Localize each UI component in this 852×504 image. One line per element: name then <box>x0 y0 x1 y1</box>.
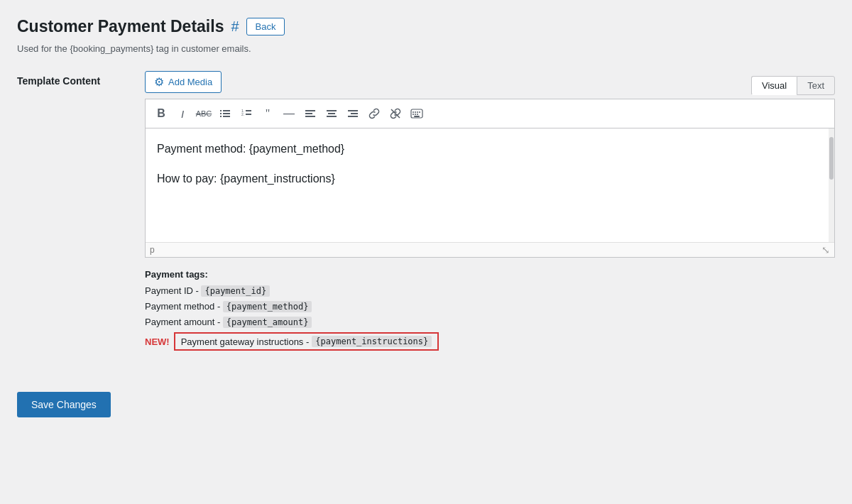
svg-rect-12 <box>305 116 315 117</box>
svg-rect-4 <box>220 116 222 117</box>
template-field: ⚙ Add Media Visual Text B I ABC <box>145 71 835 355</box>
tag-label-payment-method: Payment method - <box>145 301 223 312</box>
editor-wrapper: B I ABC 1.2. " — <box>145 99 835 258</box>
new-tag-row: NEW! Payment gateway instructions - {pay… <box>145 332 835 351</box>
svg-text:2.: 2. <box>241 112 244 116</box>
keyboard-button[interactable] <box>407 104 427 124</box>
align-center-button[interactable] <box>322 104 342 124</box>
hr-button[interactable]: — <box>279 104 299 124</box>
editor-line-2: How to pay: {payment_instructions} <box>157 170 823 188</box>
svg-rect-13 <box>327 110 337 111</box>
tag-row-payment-amount: Payment amount - {payment_amount} <box>145 317 835 328</box>
align-left-button[interactable] <box>300 104 320 124</box>
tab-text[interactable]: Text <box>797 76 835 95</box>
p-indicator: p <box>150 245 821 255</box>
bold-button[interactable]: B <box>151 104 171 124</box>
link-button[interactable] <box>364 104 384 124</box>
page-title: Customer Payment Details <box>17 17 224 36</box>
page-container: Customer Payment Details # Back Used for… <box>17 17 835 417</box>
resize-handle[interactable]: ⤡ <box>821 244 830 256</box>
form-row: Template Content ⚙ Add Media Visual Text… <box>17 71 835 355</box>
svg-rect-1 <box>223 110 230 111</box>
payment-tags-section: Payment tags: Payment ID - {payment_id} … <box>145 269 835 351</box>
new-tag-badge: {payment_instructions} <box>312 336 432 347</box>
svg-rect-11 <box>305 113 312 114</box>
editor-resize-row: p ⤡ <box>146 242 834 257</box>
page-description: Used for the {booking_payments} tag in c… <box>17 43 835 54</box>
new-label: NEW! <box>145 336 170 347</box>
page-header: Customer Payment Details # Back <box>17 17 835 36</box>
new-row-content: Payment gateway instructions - {payment_… <box>174 332 439 351</box>
svg-rect-9 <box>246 114 251 115</box>
svg-rect-16 <box>348 110 358 111</box>
tag-label-payment-id: Payment ID - <box>145 285 201 296</box>
payment-tags-title: Payment tags: <box>145 269 835 280</box>
editor-content[interactable]: Payment method: {payment_method} How to … <box>146 128 834 242</box>
svg-rect-17 <box>351 113 358 114</box>
tab-visual[interactable]: Visual <box>751 76 797 95</box>
svg-rect-5 <box>223 116 230 117</box>
svg-rect-0 <box>220 110 222 111</box>
numbered-list-button[interactable]: 1.2. <box>236 104 256 124</box>
strikethrough-button[interactable]: ABC <box>194 104 214 124</box>
tag-badge-payment-amount: {payment_amount} <box>223 317 312 328</box>
svg-rect-2 <box>220 113 222 114</box>
unlink-button[interactable] <box>386 104 405 124</box>
tag-label-payment-amount: Payment amount - <box>145 317 223 327</box>
svg-rect-10 <box>305 110 315 111</box>
align-right-button[interactable] <box>343 104 363 124</box>
svg-rect-15 <box>327 116 337 117</box>
italic-button[interactable]: I <box>173 104 192 124</box>
editor-scrollbar[interactable] <box>829 128 834 242</box>
anchor-link[interactable]: # <box>231 18 239 35</box>
add-media-button[interactable]: ⚙ Add Media <box>145 71 222 93</box>
template-label: Template Content <box>17 71 131 87</box>
new-tag-text-label: Payment gateway instructions - <box>181 336 310 347</box>
save-changes-button[interactable]: Save Changes <box>17 392 111 417</box>
add-media-icon: ⚙ <box>154 75 164 89</box>
blockquote-button[interactable]: " <box>258 104 278 124</box>
editor-toolbar: B I ABC 1.2. " — <box>146 99 834 128</box>
back-button[interactable]: Back <box>246 18 285 35</box>
editor-line-1: Payment method: {payment_method} <box>157 140 823 158</box>
tag-badge-payment-method: {payment_method} <box>223 301 312 312</box>
bullet-list-button[interactable] <box>215 104 235 124</box>
add-media-label: Add Media <box>168 77 212 87</box>
tag-row-payment-id: Payment ID - {payment_id} <box>145 285 835 297</box>
tag-row-payment-method: Payment method - {payment_method} <box>145 301 835 312</box>
editor-scrollbar-thumb <box>829 137 834 180</box>
svg-rect-3 <box>223 113 230 114</box>
svg-rect-8 <box>246 110 251 111</box>
svg-rect-14 <box>328 113 335 114</box>
editor-tabs: Visual Text <box>751 76 835 95</box>
svg-rect-18 <box>348 116 358 117</box>
tag-badge-payment-id: {payment_id} <box>201 285 270 297</box>
